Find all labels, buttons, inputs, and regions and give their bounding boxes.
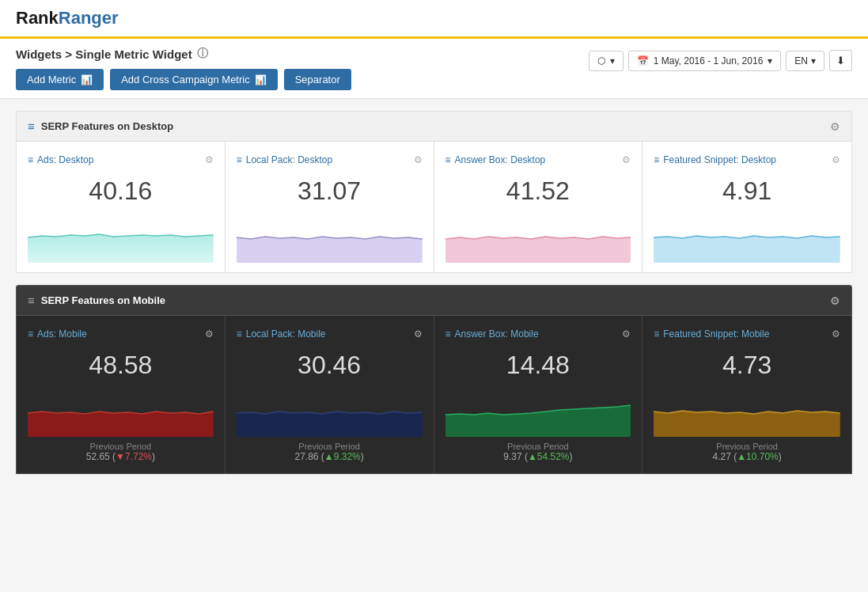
card-localpack-desktop-value: 31.07 <box>237 176 423 206</box>
card-lines-icon: ≡ <box>28 328 33 340</box>
change-value: ▲10.70% <box>737 451 779 462</box>
prev-period-label: Previous Period <box>28 442 214 451</box>
desktop-section-title: ≡ SERP Features on Desktop <box>28 120 173 133</box>
separator-button[interactable]: Separator <box>284 69 351 90</box>
date-range-picker[interactable]: 📅 1 May, 2016 - 1 Jun, 2016 ▾ <box>628 51 782 71</box>
card-featuredsnippet-desktop-header: ≡ Featured Snippet: Desktop ⚙ <box>654 154 840 165</box>
card-ads-mobile-gear-icon[interactable]: ⚙ <box>205 328 214 340</box>
breadcrumb-text: Widgets > Single Metric Widget <box>16 47 192 61</box>
card-localpack-mobile-gear-icon[interactable]: ⚙ <box>414 328 423 340</box>
card-lines-icon: ≡ <box>654 328 659 340</box>
card-featuredsnippet-mobile-prev-period: Previous Period 4.27 (▲10.70%) <box>654 437 840 464</box>
mobile-section-gear-icon[interactable]: ⚙ <box>830 294 840 307</box>
card-lines-icon: ≡ <box>237 328 242 340</box>
main-content: ≡ SERP Features on Desktop ⚙ ≡ Ads: Desk… <box>0 99 868 498</box>
chart-bar-icon: 📊 <box>255 74 267 85</box>
desktop-section-gear-icon[interactable]: ⚙ <box>830 120 840 133</box>
prev-period-value: 52.65 (▼7.72%) <box>28 451 214 462</box>
card-featuredsnippet-desktop-title-text: Featured Snippet: Desktop <box>663 154 776 165</box>
card-ads-desktop-title: ≡ Ads: Desktop <box>28 154 93 165</box>
desktop-section-title-text: SERP Features on Desktop <box>41 120 173 132</box>
card-featuredsnippet-desktop-gear-icon[interactable]: ⚙ <box>832 154 840 165</box>
svg-marker-6 <box>445 405 631 437</box>
card-localpack-desktop-header: ≡ Local Pack: Desktop ⚙ <box>237 154 423 165</box>
chart-icon: 📊 <box>81 74 93 85</box>
card-localpack-mobile-prev-period: Previous Period 27.86 (▲9.32%) <box>237 437 423 464</box>
svg-marker-1 <box>237 237 423 263</box>
card-localpack-mobile-sparkline <box>237 389 423 437</box>
cube-widget-button[interactable]: ⬡ ▾ <box>589 51 624 71</box>
card-lines-icon: ≡ <box>445 328 451 340</box>
add-cross-campaign-button[interactable]: Add Cross Campaign Metric 📊 <box>110 69 278 90</box>
prev-value: 9.37 <box>503 451 521 462</box>
card-ads-mobile-header: ≡ Ads: Mobile ⚙ <box>28 328 214 340</box>
card-localpack-desktop-gear-icon[interactable]: ⚙ <box>414 154 423 165</box>
prev-period-label: Previous Period <box>654 442 840 451</box>
card-featuredsnippet-desktop-title: ≡ Featured Snippet: Desktop <box>654 154 776 165</box>
prev-value: 4.27 <box>712 451 730 462</box>
card-featuredsnippet-desktop-value: 4.91 <box>654 176 840 206</box>
svg-marker-7 <box>654 411 840 437</box>
add-metric-button[interactable]: Add Metric 📊 <box>16 69 104 90</box>
card-answerbox-mobile-header: ≡ Answer Box: Mobile ⚙ <box>445 328 631 340</box>
card-answerbox-desktop-gear-icon[interactable]: ⚙ <box>622 154 631 165</box>
download-icon: ⬇ <box>836 55 845 66</box>
breadcrumb: Widgets > Single Metric Widget ⓘ <box>16 47 351 61</box>
card-ads-desktop-header: ≡ Ads: Desktop ⚙ <box>28 154 214 165</box>
card-answerbox-desktop-value: 41.52 <box>445 176 631 206</box>
card-ads-mobile-sparkline <box>28 389 214 437</box>
card-answerbox-mobile-title: ≡ Answer Box: Mobile <box>445 328 539 340</box>
card-featuredsnippet-mobile-value: 4.73 <box>654 351 840 380</box>
card-answerbox-mobile-title-text: Answer Box: Mobile <box>455 328 539 340</box>
card-answerbox-mobile-gear-icon[interactable]: ⚙ <box>622 328 631 340</box>
card-localpack-mobile-header: ≡ Local Pack: Mobile ⚙ <box>237 328 423 340</box>
svg-marker-5 <box>237 412 423 437</box>
prev-period-value: 27.86 (▲9.32%) <box>237 451 423 462</box>
card-answerbox-desktop-header: ≡ Answer Box: Desktop ⚙ <box>445 154 631 165</box>
card-answerbox-desktop-title-text: Answer Box: Desktop <box>455 154 546 165</box>
card-answerbox-desktop: ≡ Answer Box: Desktop ⚙ 41.52 <box>434 142 643 272</box>
card-localpack-desktop-title-text: Local Pack: Desktop <box>246 154 332 165</box>
chevron-down-icon: ▾ <box>768 55 772 66</box>
date-range-text: 1 May, 2016 - 1 Jun, 2016 <box>654 55 764 66</box>
card-ads-mobile: ≡ Ads: Mobile ⚙ 48.58 Previous Period 52… <box>17 316 226 473</box>
card-featuredsnippet-mobile: ≡ Featured Snippet: Mobile ⚙ 4.73 Previo… <box>642 316 851 473</box>
logo: RankRanger <box>16 8 119 28</box>
card-ads-desktop-value: 40.16 <box>28 176 214 206</box>
card-ads-mobile-value: 48.58 <box>28 351 214 380</box>
header: RankRanger <box>0 0 868 39</box>
prev-period-value: 9.37 (▲54.52%) <box>445 451 631 462</box>
card-featuredsnippet-mobile-title-text: Featured Snippet: Mobile <box>663 328 769 340</box>
lines-icon: ≡ <box>28 120 35 133</box>
card-localpack-desktop-title: ≡ Local Pack: Desktop <box>237 154 332 165</box>
prev-period-value: 4.27 (▲10.70%) <box>654 451 840 462</box>
card-ads-mobile-title-text: Ads: Mobile <box>37 328 87 340</box>
card-featuredsnippet-mobile-title: ≡ Featured Snippet: Mobile <box>654 328 769 340</box>
card-ads-desktop-gear-icon[interactable]: ⚙ <box>205 154 214 165</box>
info-icon: ⓘ <box>197 47 208 61</box>
card-answerbox-mobile-sparkline <box>445 389 631 437</box>
download-button[interactable]: ⬇ <box>829 50 852 71</box>
card-localpack-mobile: ≡ Local Pack: Mobile ⚙ 30.46 Previous Pe… <box>226 316 434 473</box>
card-answerbox-mobile: ≡ Answer Box: Mobile ⚙ 14.48 Previous Pe… <box>434 316 643 473</box>
chevron-down-icon: ▾ <box>811 55 816 66</box>
toolbar: Widgets > Single Metric Widget ⓘ Add Met… <box>0 39 868 99</box>
language-text: EN <box>794 55 808 66</box>
card-localpack-desktop: ≡ Local Pack: Desktop ⚙ 31.07 <box>226 142 434 272</box>
card-featuredsnippet-mobile-gear-icon[interactable]: ⚙ <box>832 328 840 340</box>
logo-rank: Rank <box>16 8 59 28</box>
svg-marker-4 <box>28 412 214 437</box>
card-featuredsnippet-desktop-sparkline <box>654 215 840 263</box>
card-featuredsnippet-mobile-sparkline <box>654 389 840 437</box>
card-ads-desktop-sparkline <box>28 215 214 263</box>
language-selector[interactable]: EN ▾ <box>786 51 824 71</box>
card-featuredsnippet-desktop: ≡ Featured Snippet: Desktop ⚙ 4.91 <box>642 142 851 272</box>
desktop-cards-grid: ≡ Ads: Desktop ⚙ 40.16 <box>16 142 852 273</box>
svg-marker-0 <box>28 234 214 263</box>
change-value: ▲54.52% <box>528 451 570 462</box>
desktop-section-header: ≡ SERP Features on Desktop ⚙ <box>16 111 852 142</box>
prev-value: 27.86 <box>294 451 318 462</box>
change-value: ▼7.72% <box>116 451 152 462</box>
chevron-down-icon: ▾ <box>610 55 615 66</box>
card-lines-icon: ≡ <box>445 154 451 165</box>
